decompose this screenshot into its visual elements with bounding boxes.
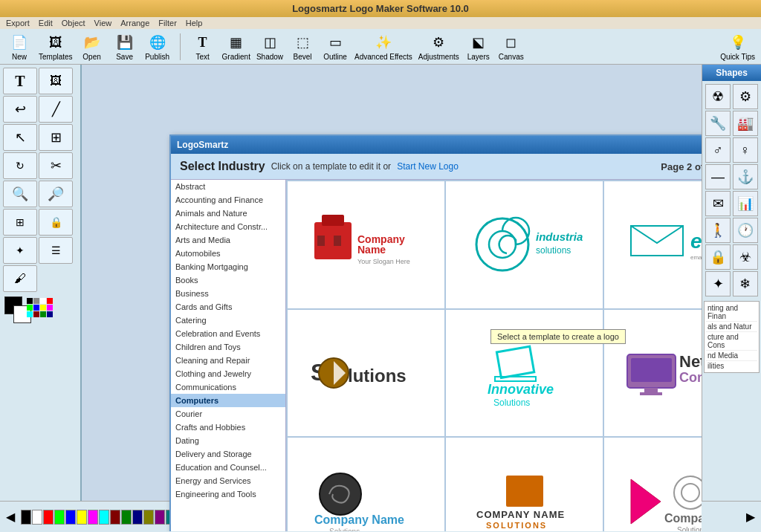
template-2[interactable]: industria solutions xyxy=(446,181,603,308)
toolbar-save[interactable]: 💾 Save xyxy=(111,32,138,61)
category-books[interactable]: Books xyxy=(171,273,285,287)
tool-scissors[interactable]: ✂ xyxy=(39,152,73,179)
category-children[interactable]: Children and Toys xyxy=(171,340,285,354)
color-swatch[interactable] xyxy=(43,510,54,525)
shape-minus[interactable]: — xyxy=(705,164,731,189)
category-crafts[interactable]: Crafts and Hobbies xyxy=(171,421,285,434)
category-courier[interactable]: Courier xyxy=(171,407,285,421)
toolbar-shadow[interactable]: ◫ Shadow xyxy=(256,32,283,61)
mini-swatch[interactable] xyxy=(47,298,53,304)
color-swatch[interactable] xyxy=(54,510,65,525)
menu-object[interactable]: Object xyxy=(62,19,85,27)
toolbar-advanced[interactable]: ✨ Advanced Effects xyxy=(354,32,412,61)
start-new-link[interactable]: Start New Logo xyxy=(397,161,459,172)
category-delivery[interactable]: Delivery and Storage xyxy=(171,447,285,461)
category-banking[interactable]: Banking Mortgaging xyxy=(171,260,285,273)
category-automobiles[interactable]: Automobiles xyxy=(171,247,285,260)
category-architecture[interactable]: Architecture and Constr... xyxy=(171,220,285,233)
category-clothing[interactable]: Clothing and Jewelry xyxy=(171,367,285,380)
shape-sun[interactable]: ✦ xyxy=(705,271,731,296)
shape-tools[interactable]: 🔧 xyxy=(705,111,731,136)
toolbar-new[interactable]: 📄 New xyxy=(6,32,33,61)
mini-swatch[interactable] xyxy=(47,305,53,311)
mini-swatch[interactable] xyxy=(27,298,33,304)
toolbar-gradient[interactable]: ▦ Gradient xyxy=(222,32,250,61)
category-business[interactable]: Business xyxy=(171,287,285,300)
tool-grid[interactable]: ⊞ xyxy=(3,209,37,236)
tool-layers2[interactable]: ☰ xyxy=(39,237,73,264)
shape-factory[interactable]: 🏭 xyxy=(733,111,758,136)
category-accounting[interactable]: Accounting and Finance xyxy=(171,193,285,207)
mini-swatch[interactable] xyxy=(40,305,46,311)
color-swatch[interactable] xyxy=(77,510,87,525)
mini-swatch[interactable] xyxy=(40,311,46,317)
shape-snowflake[interactable]: ❄ xyxy=(733,271,758,296)
category-communications[interactable]: Communications xyxy=(171,380,285,394)
shape-anchor[interactable]: ⚓ xyxy=(733,164,758,189)
color-swatch[interactable] xyxy=(65,510,76,525)
shape-clock[interactable]: 🕐 xyxy=(733,218,758,243)
menu-help[interactable]: Help xyxy=(186,19,203,27)
category-energy[interactable]: Energy and Services xyxy=(171,474,285,487)
toolbar-layers[interactable]: ⬕ Layers xyxy=(465,32,492,61)
toolbar-adjustments[interactable]: ⚙ Adjustments xyxy=(418,32,459,61)
tool-select[interactable]: ↖ xyxy=(3,124,37,151)
shape-email[interactable]: ✉ xyxy=(705,191,731,216)
mini-swatch[interactable] xyxy=(33,298,39,304)
template-9[interactable]: Company Name Solutions xyxy=(604,438,702,531)
menu-filter[interactable]: Filter xyxy=(158,19,176,27)
category-cleaning[interactable]: Cleaning and Repair xyxy=(171,354,285,367)
tool-star[interactable]: ✦ xyxy=(3,237,37,264)
menu-arrange[interactable]: Arrange xyxy=(120,19,149,27)
category-celebration[interactable]: Celebration and Events xyxy=(171,327,285,340)
toolbar-bevel[interactable]: ⬚ Bevel xyxy=(289,32,316,61)
color-swatch[interactable] xyxy=(132,510,143,525)
shape-biohazard[interactable]: ☣ xyxy=(733,244,758,270)
color-swatch[interactable] xyxy=(21,510,31,525)
shape-person[interactable]: 🚶 xyxy=(705,218,731,243)
toolbar-publish[interactable]: 🌐 Publish xyxy=(144,32,171,61)
tool-line[interactable]: ╱ xyxy=(39,96,73,123)
category-arts[interactable]: Arts and Media xyxy=(171,233,285,247)
template-7[interactable]: Company Name Solutions xyxy=(288,438,444,531)
category-animals[interactable]: Animals and Nature xyxy=(171,207,285,220)
color-swatch[interactable] xyxy=(32,510,42,525)
menu-edit[interactable]: Edit xyxy=(39,19,53,27)
template-1[interactable]: Company Name Your Slogan Here xyxy=(288,181,444,308)
mini-swatch[interactable] xyxy=(27,305,33,311)
tool-paint[interactable]: 🖌 xyxy=(3,265,37,292)
shape-female[interactable]: ♀ xyxy=(733,137,758,163)
palette-scroll-left[interactable]: ◀ xyxy=(3,510,18,524)
template-3[interactable]: email email solutions for your business xyxy=(604,181,702,308)
mini-swatch[interactable] xyxy=(33,311,39,317)
category-abstract[interactable]: Abstract xyxy=(171,180,285,193)
category-panel[interactable]: Abstract Accounting and Finance Animals … xyxy=(171,180,286,531)
mini-swatch[interactable] xyxy=(33,305,39,311)
shape-chart[interactable]: 📊 xyxy=(733,191,758,216)
tool-zoom-out[interactable]: 🔎 xyxy=(39,181,73,207)
shape-male[interactable]: ♂ xyxy=(705,137,731,163)
toolbar-open[interactable]: 📂 Open xyxy=(79,32,106,61)
mini-swatch[interactable] xyxy=(47,311,53,317)
toolbar-templates[interactable]: 🖼 Templates xyxy=(39,32,73,61)
template-4[interactable]: S lutions xyxy=(288,310,444,437)
toolbar-quick-tips[interactable]: 💡 Quick Tips xyxy=(720,32,755,61)
color-swatch[interactable] xyxy=(121,510,132,525)
color-swatch[interactable] xyxy=(99,510,109,525)
mini-swatch[interactable] xyxy=(40,298,46,304)
shape-lock[interactable]: 🔒 xyxy=(705,244,731,270)
shapes-tab[interactable]: Shapes xyxy=(702,65,761,81)
tool-lock[interactable]: 🔒 xyxy=(39,209,73,236)
template-5[interactable]: Innovative Solutions xyxy=(446,310,603,437)
category-dating[interactable]: Dating xyxy=(171,434,285,447)
color-swatch[interactable] xyxy=(110,510,120,525)
menu-export[interactable]: Export xyxy=(6,19,30,27)
palette-scroll-right[interactable]: ▶ xyxy=(743,510,758,524)
shape-gear[interactable]: ⚙ xyxy=(733,84,758,109)
color-swatch[interactable] xyxy=(143,510,154,525)
menu-view[interactable]: View xyxy=(94,19,112,27)
toolbar-outline[interactable]: ▭ Outline xyxy=(322,32,349,61)
color-picker-area[interactable] xyxy=(4,296,71,329)
toolbar-text[interactable]: T Text xyxy=(190,32,216,61)
color-swatch[interactable] xyxy=(155,510,165,525)
